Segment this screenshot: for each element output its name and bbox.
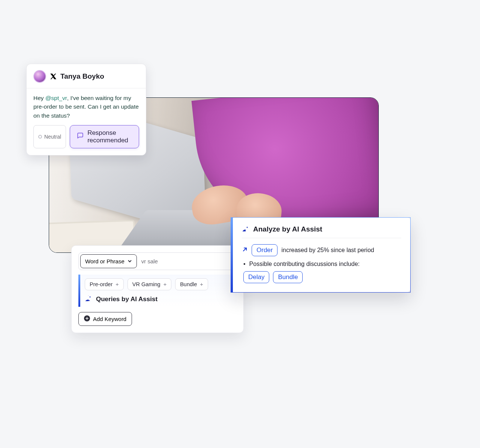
keyword-chip[interactable]: Bundle+ [175,278,208,290]
sentiment-label: Neutral [44,134,61,140]
trend-text: increased by 25% since last period [281,247,374,254]
response-label: Response recommended [87,129,132,144]
add-keyword-button[interactable]: Add Keyword [78,312,132,326]
chip-label: VR Gaming [132,281,160,287]
ai-assist-icon [242,225,249,233]
analyze-title-text: Analyze by AI Assist [253,225,322,233]
queries-title-text: Queries by AI Assist [96,296,158,303]
plus-icon: + [200,281,203,287]
author-name: Tanya Boyko [60,72,104,81]
topic-chip-order[interactable]: Order [252,244,278,256]
contributing-chip[interactable]: Bundle [273,271,303,283]
query-type-label: Word or Phrase [85,258,124,264]
trend-up-icon [242,246,248,254]
keyword-input[interactable] [138,254,236,268]
response-recommended-tag[interactable]: Response recommended [70,125,139,148]
contributing-chip[interactable]: Delay [243,271,269,283]
queries-card: Word or Phrase Pre-order+VR Gaming+Bundl… [71,245,244,333]
sentiment-tag[interactable]: Neutral [33,125,66,148]
plus-circle-icon [84,315,90,323]
ai-assist-icon [85,296,92,303]
query-input-row: Word or Phrase [78,252,237,270]
plus-icon: + [116,281,118,287]
message-body: Hey @spt_vr, I've been waiting for my pr… [27,88,146,125]
analyze-card: Analyze by AI Assist Order increased by … [231,217,411,293]
ai-queries-block: Pre-order+VR Gaming+Bundle+ Queries by A… [78,275,237,307]
plus-icon: + [164,281,166,287]
query-type-select[interactable]: Word or Phrase [80,254,137,268]
chip-label: Bundle [180,281,197,287]
social-message-card: Tanya Boyko Hey @spt_vr, I've been waiti… [26,64,146,155]
neutral-dot-icon [38,135,42,139]
contributing-subheading: Possible contributing discussions includ… [242,261,401,271]
keyword-chip[interactable]: Pre-order+ [85,278,124,290]
mention-handle: @spt_vr [45,95,67,101]
avatar [33,70,46,83]
message-text-before: Hey [33,95,45,101]
keyword-chip[interactable]: VR Gaming+ [128,278,171,290]
chevron-down-icon [128,258,132,264]
x-logo-icon [50,73,57,80]
chip-label: Pre-order [90,281,112,287]
chat-icon [77,132,84,141]
add-keyword-label: Add Keyword [93,316,126,322]
